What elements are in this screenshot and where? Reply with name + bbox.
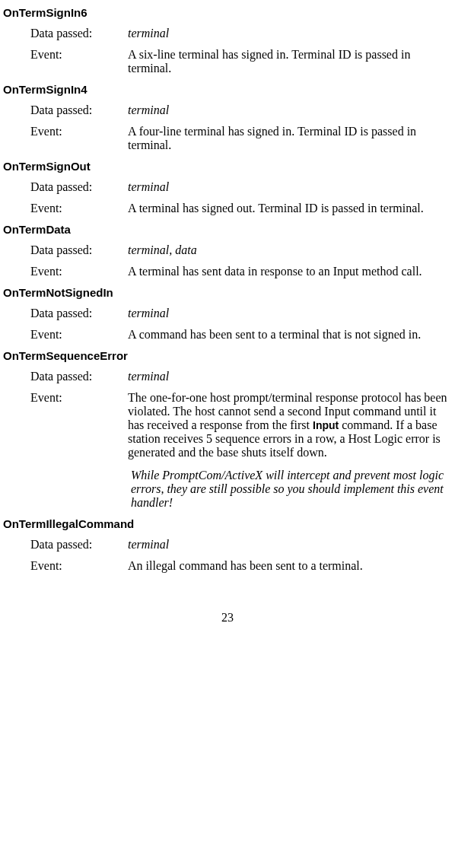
field-value: A command has been sent to a terminal th… xyxy=(128,328,452,342)
page-number: 23 xyxy=(3,611,452,625)
field-label: Data passed: xyxy=(30,27,128,40)
field-value: A six-line terminal has signed in. Termi… xyxy=(128,48,452,75)
field-value: A terminal has signed out. Terminal ID i… xyxy=(128,202,452,215)
field-label: Event: xyxy=(30,559,128,573)
section-title: OnTermSignIn6 xyxy=(3,6,452,19)
section-title: OnTermData xyxy=(3,223,452,236)
field-row: Data passed: terminal xyxy=(30,370,452,383)
section-title: OnTermIllegalCommand xyxy=(3,517,452,530)
field-value: A four-line terminal has signed in. Term… xyxy=(128,125,452,152)
field-row: Event: A command has been sent to a term… xyxy=(30,328,452,342)
field-label: Event: xyxy=(30,265,128,278)
field-label: Data passed: xyxy=(30,307,128,320)
field-value: A terminal has sent data in response to … xyxy=(128,265,452,278)
document-content: OnTermSignIn6 Data passed: terminal Even… xyxy=(3,6,452,625)
field-value: terminal xyxy=(128,180,452,194)
field-value: terminal xyxy=(128,27,452,40)
field-row: Event: A terminal has signed out. Termin… xyxy=(30,202,452,215)
field-row: Data passed: terminal xyxy=(30,538,452,552)
field-label: Event: xyxy=(30,328,128,342)
note-text: While PromptCom/ActiveX will intercept a… xyxy=(131,469,452,510)
field-row: Event: The one-for-one host prompt/termi… xyxy=(30,391,452,459)
field-value: terminal xyxy=(128,103,452,117)
section-title: OnTermSequenceError xyxy=(3,349,452,362)
section-title: OnTermSignOut xyxy=(3,160,452,173)
field-row: Event: An illegal command has been sent … xyxy=(30,559,452,573)
field-row: Event: A terminal has sent data in respo… xyxy=(30,265,452,278)
field-label: Event: xyxy=(30,125,128,138)
field-value: terminal, data xyxy=(128,243,452,257)
field-row: Data passed: terminal xyxy=(30,180,452,194)
field-label: Event: xyxy=(30,202,128,215)
field-label: Event: xyxy=(30,391,128,405)
field-row: Data passed: terminal xyxy=(30,27,452,40)
field-label: Data passed: xyxy=(30,180,128,194)
field-row: Data passed: terminal, data xyxy=(30,243,452,257)
field-label: Data passed: xyxy=(30,243,128,257)
field-label: Data passed: xyxy=(30,370,128,383)
section-title: OnTermSignIn4 xyxy=(3,83,452,96)
field-label: Event: xyxy=(30,48,128,62)
field-label: Data passed: xyxy=(30,103,128,117)
section-title: OnTermNotSignedIn xyxy=(3,286,452,299)
field-row: Event: A four-line terminal has signed i… xyxy=(30,125,452,152)
field-label: Data passed: xyxy=(30,538,128,552)
field-value: terminal xyxy=(128,370,452,383)
field-value: terminal xyxy=(128,307,452,320)
field-row: Data passed: terminal xyxy=(30,307,452,320)
field-value: An illegal command has been sent to a te… xyxy=(128,559,452,573)
field-row: Data passed: terminal xyxy=(30,103,452,117)
field-value: The one-for-one host prompt/terminal res… xyxy=(128,391,452,459)
field-row: Event: A six-line terminal has signed in… xyxy=(30,48,452,75)
field-value: terminal xyxy=(128,538,452,552)
bold-word: Input xyxy=(313,419,339,431)
